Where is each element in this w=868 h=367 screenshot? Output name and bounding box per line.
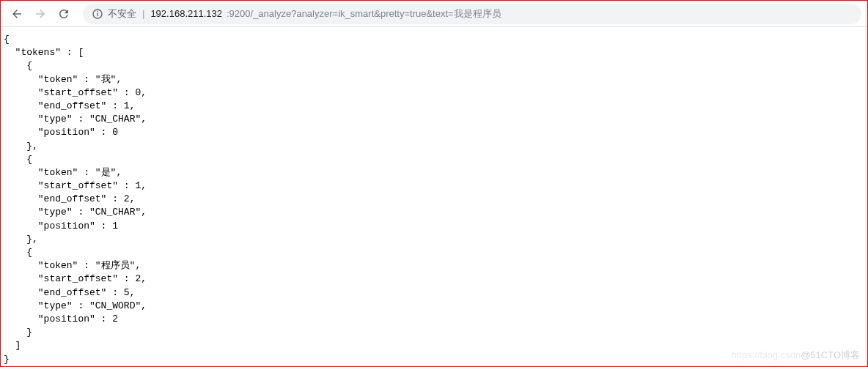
svg-rect-1	[97, 12, 98, 15]
arrow-left-icon	[10, 7, 23, 21]
back-button[interactable]	[7, 4, 27, 24]
watermark: https://blog.csdn@51CTO博客	[731, 349, 860, 362]
address-bar[interactable]: 不安全 | 192.168.211.132:9200/_analyze?anal…	[83, 4, 861, 24]
url-separator: |	[142, 8, 144, 19]
url-host: 192.168.211.132	[150, 8, 222, 19]
browser-toolbar: 不安全 | 192.168.211.132:9200/_analyze?anal…	[1, 1, 867, 27]
security-label: 不安全	[108, 7, 136, 21]
arrow-right-icon	[34, 7, 47, 21]
json-response-body: { ″tokens″ : [ { ″token″ : ″我″, ″start_o…	[1, 27, 867, 367]
url-path: :9200/_analyze?analyzer=ik_smart&pretty=…	[227, 7, 501, 21]
watermark-faint: https://blog.csdn	[731, 349, 801, 360]
reload-button[interactable]	[54, 4, 74, 24]
reload-icon	[57, 7, 70, 21]
svg-rect-2	[97, 11, 98, 12]
info-icon	[92, 8, 103, 20]
forward-button[interactable]	[30, 4, 51, 24]
watermark-text: @51CTO博客	[801, 349, 860, 360]
